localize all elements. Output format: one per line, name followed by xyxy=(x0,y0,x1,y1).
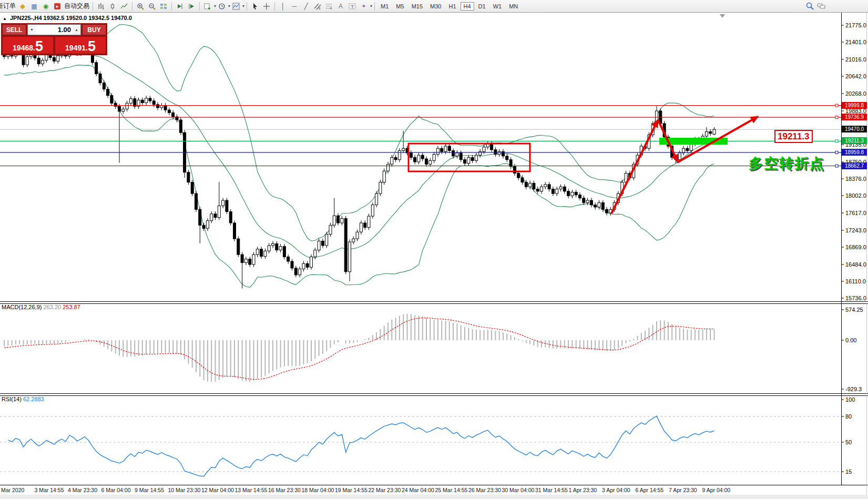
rsi-tick: 50 xyxy=(845,439,852,445)
sell-button[interactable]: SELL xyxy=(2,24,26,35)
vertical-line-icon[interactable]: │ xyxy=(278,1,288,11)
mt4-window: 新订单 ◆ ▦ ◉ ▸ 自动交易 ▾ ▾ ▾ │ ─ ╱ E F A T xyxy=(0,0,868,499)
macd-name: MACD(12,26,9) xyxy=(2,304,42,310)
time-tick: 4 Mar 23:30 xyxy=(68,487,97,493)
time-tick: 9 Apr 04:00 xyxy=(702,487,731,493)
timeframe-w1[interactable]: W1 xyxy=(490,2,505,11)
hline-handle[interactable] xyxy=(835,104,838,107)
rsi-tick: 80 xyxy=(845,413,852,420)
collapse-trade-panel-icon[interactable]: ▲ xyxy=(3,16,7,21)
volume-increase-icon[interactable]: ▲ xyxy=(73,25,80,35)
bid-price-panel[interactable]: 19468. 5 xyxy=(2,36,54,54)
ask-price-panel[interactable]: 19491. 5 xyxy=(55,36,106,54)
new-chart-caret[interactable]: ▾ xyxy=(214,4,216,8)
time-tick: 22 Mar 23:30 xyxy=(369,487,401,493)
timeframe-m15[interactable]: M15 xyxy=(409,2,426,11)
timeframe-h4[interactable]: H4 xyxy=(461,2,474,11)
fibonacci-icon[interactable]: F xyxy=(324,1,334,11)
new-order-button[interactable]: 新订单 xyxy=(0,2,16,11)
signals-icon[interactable]: ◉ xyxy=(40,1,51,11)
candlestick-chart-icon[interactable] xyxy=(107,1,118,11)
hline-handle[interactable] xyxy=(835,165,838,167)
bollinger-middle-band xyxy=(4,53,714,258)
auto-trading-label[interactable]: 自动交易 xyxy=(64,2,89,11)
main-pane xyxy=(0,25,841,289)
timeframe-h1[interactable]: H1 xyxy=(445,2,459,11)
search-icon[interactable] xyxy=(804,1,815,11)
macd-pane xyxy=(4,314,714,382)
price-chart-canvas[interactable]: 21775.021401.021016.020642.020268.019883… xyxy=(0,0,868,499)
hline-handle[interactable] xyxy=(835,116,838,119)
price-tick: 20268.0 xyxy=(845,90,866,97)
periods-clock-icon[interactable] xyxy=(217,1,227,11)
time-tick: 1 Apr 23:30 xyxy=(569,487,597,493)
time-tick: 6 Apr 14:55 xyxy=(636,487,664,493)
buy-button[interactable]: BUY xyxy=(82,24,106,35)
toolbar-separator xyxy=(374,2,375,11)
axis-price-tag: 19470.0 xyxy=(842,126,867,133)
rsi-tick: 15 xyxy=(845,469,852,475)
new-chart-icon[interactable] xyxy=(202,1,213,11)
chart-shift-icon[interactable] xyxy=(186,1,197,11)
auto-scroll-icon[interactable] xyxy=(175,1,185,11)
svg-text:F: F xyxy=(330,7,332,10)
equidistant-channel-icon[interactable]: E xyxy=(312,1,323,11)
hline-handle[interactable] xyxy=(835,151,838,154)
bid-price: 19468. xyxy=(13,44,35,54)
trend-arrow[interactable] xyxy=(611,120,658,213)
auto-trading-icon[interactable]: ▸ xyxy=(52,1,63,11)
rsi-label: RSI(14) 62.2883 xyxy=(2,396,44,402)
timeframe-m5[interactable]: M5 xyxy=(393,2,407,11)
toolbar-separator xyxy=(247,2,247,11)
time-tick: 18 Mar 04:00 xyxy=(302,487,334,493)
timeframe-m30[interactable]: M30 xyxy=(427,2,444,11)
trendline-icon[interactable]: ╱ xyxy=(301,1,311,11)
indicators-caret[interactable]: ▾ xyxy=(242,4,244,8)
volume-value[interactable]: 1.00 xyxy=(36,25,73,35)
zoom-in-icon[interactable] xyxy=(135,1,146,11)
arrows-icon[interactable]: ✦ xyxy=(359,1,369,11)
price-tick: 21775.0 xyxy=(845,22,866,28)
crosshair-icon[interactable] xyxy=(261,1,272,11)
hline-handle[interactable] xyxy=(835,140,838,142)
text-label-icon[interactable]: T xyxy=(347,1,358,11)
chat-icon[interactable] xyxy=(816,1,826,11)
macd-tick: 0.00 xyxy=(845,337,856,343)
arrows-caret[interactable]: ▾ xyxy=(370,4,372,8)
horizontal-line-icon[interactable]: ─ xyxy=(289,1,300,11)
bar-chart-icon[interactable] xyxy=(96,1,106,11)
metaeditor-icon[interactable]: ◆ xyxy=(17,1,28,11)
timeframe-d1[interactable]: D1 xyxy=(475,2,489,11)
macd-main-value: 263.20 xyxy=(43,304,61,310)
volume-decrease-icon[interactable]: ▼ xyxy=(28,25,36,35)
indicators-icon[interactable] xyxy=(231,1,241,11)
time-tick: 9 Mar 14:55 xyxy=(135,487,164,493)
toolbar-separator xyxy=(132,2,132,11)
time-tick: 19 Mar 14:55 xyxy=(335,487,367,493)
price-tick: 18376.0 xyxy=(845,176,866,182)
text-icon[interactable]: A xyxy=(335,1,346,11)
axis-price-tag: 19736.9 xyxy=(842,114,867,120)
periods-caret[interactable]: ▾ xyxy=(228,4,230,8)
toolbar: 新订单 ◆ ▦ ◉ ▸ 自动交易 ▾ ▾ ▾ │ ─ ╱ E F A T xyxy=(0,0,868,13)
auto-trading-play-glyph: ▸ xyxy=(54,3,60,9)
support-price-callout[interactable]: 19211.3 xyxy=(774,130,813,143)
timeframe-mn[interactable]: MN xyxy=(506,2,521,11)
time-tick: 10 Mar 23:30 xyxy=(168,487,201,493)
timeframe-m1[interactable]: M1 xyxy=(377,2,392,11)
tile-windows-icon[interactable] xyxy=(158,1,169,11)
toolbar-separator xyxy=(274,2,275,11)
zoom-out-icon[interactable] xyxy=(147,1,157,11)
line-chart-icon[interactable] xyxy=(119,1,129,11)
scroll-to-end-marker[interactable] xyxy=(720,14,725,18)
volume-stepper[interactable]: ▼ 1.00 ▲ xyxy=(27,24,81,35)
rsi-tick: 100 xyxy=(845,396,855,403)
cursor-icon[interactable] xyxy=(250,1,260,11)
data-window-icon[interactable]: ▦ xyxy=(29,1,39,11)
turning-point-note[interactable]: 多空转折点 xyxy=(749,154,825,173)
rsi-name: RSI(14) xyxy=(2,396,22,402)
symbol-header: ▲ JPN225-,H4 19362.5 19520.0 19342.5 194… xyxy=(3,15,132,21)
time-tick: 30 Mar 04:00 xyxy=(502,487,535,493)
price-tick: 17243.0 xyxy=(845,227,866,233)
toolbar-separator xyxy=(93,2,93,11)
